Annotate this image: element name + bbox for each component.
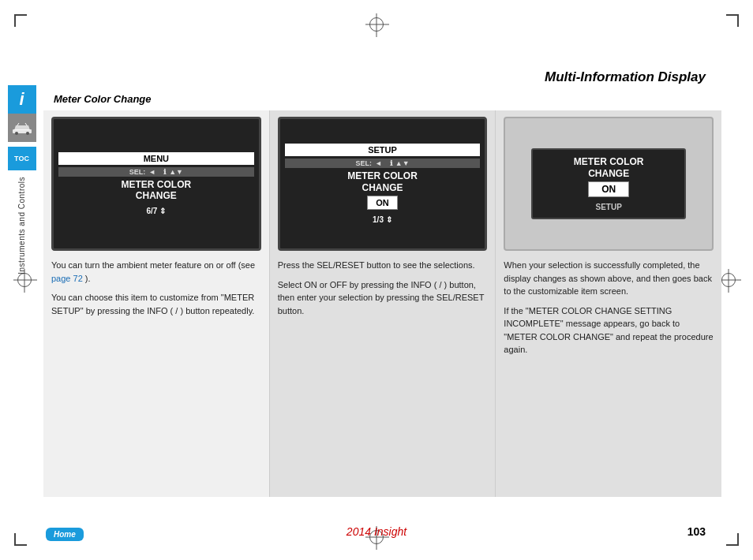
info-arrows-2: ▲▼ <box>395 159 410 167</box>
info-i-2: ℹ <box>390 159 392 167</box>
screen-on-2: ON <box>367 196 398 210</box>
body-text-3a: When your selection is successfully comp… <box>504 259 714 298</box>
sel-label-1: SEL: <box>129 168 146 176</box>
home-button[interactable]: Home <box>46 528 84 541</box>
toc-button[interactable]: TOC <box>8 147 36 170</box>
body-text-1a: You can turn the ambient meter feature o… <box>51 259 261 285</box>
col-1: MENU SEL: ◄ ℹ ▲▼ METER COLOR CHANGE 6/7 … <box>43 110 270 497</box>
book-title: 2014 Insight <box>347 525 406 538</box>
info-arrows-1: ▲▼ <box>169 168 183 176</box>
screen-item-1: METER COLOR CHANGE <box>122 179 192 202</box>
page-title: Multi-Information Display <box>545 69 706 85</box>
page-footer: Home 2014 Insight 103 <box>0 525 753 538</box>
corner-bracket-tl <box>14 14 30 30</box>
svg-line-4 <box>25 123 27 125</box>
col-2: SETUP SEL: ◄ ℹ ▲▼ METER COLOR CHANGE ON … <box>270 110 496 497</box>
col-3: METER COLOR CHANGE ON SETUP When your se… <box>496 110 721 497</box>
body-text-2a: Press the SEL/RESET button to see the se… <box>278 259 488 272</box>
screen-item-3: METER COLOR CHANGE <box>574 156 644 179</box>
screen-sel-2: SEL: ◄ ℹ ▲▼ <box>285 159 481 168</box>
screen-setup-3: SETUP <box>596 203 622 211</box>
screen-display-1: MENU SEL: ◄ ℹ ▲▼ METER COLOR CHANGE 6/7 … <box>51 117 261 251</box>
svg-line-3 <box>17 123 19 125</box>
main-content: MENU SEL: ◄ ℹ ▲▼ METER COLOR CHANGE 6/7 … <box>43 110 721 497</box>
sel-arrow-1: ◄ <box>148 168 155 176</box>
svg-point-1 <box>15 132 18 135</box>
screen-title-1: MENU <box>58 152 254 165</box>
page-number: 103 <box>687 525 706 538</box>
svg-point-2 <box>26 132 29 135</box>
screen-item-2: METER COLOR CHANGE <box>347 170 418 193</box>
corner-bracket-tr <box>723 14 739 30</box>
screen-title-2: SETUP <box>285 144 481 156</box>
screen-counter-2: 1/3 ⇕ <box>373 215 392 224</box>
screen-display-2: SETUP SEL: ◄ ℹ ▲▼ METER COLOR CHANGE ON … <box>278 117 488 251</box>
info-icon[interactable]: i <box>8 85 36 114</box>
body-text-1b: You can choose this item to customize fr… <box>51 291 261 317</box>
screen-on-3: ON <box>588 181 629 197</box>
info-i-1: ℹ <box>163 168 166 176</box>
screen-display-3: METER COLOR CHANGE ON SETUP <box>504 117 714 251</box>
page-link[interactable]: page 72 <box>51 274 83 283</box>
screen-counter-1: 6/7 ⇕ <box>146 207 166 215</box>
crosshair-left <box>17 273 32 287</box>
sel-label-2: SEL: <box>355 159 372 167</box>
sidebar-section-label: Instruments and Controls <box>17 177 26 274</box>
crosshair-top <box>369 17 384 32</box>
body-text-2b: Select ON or OFF by pressing the INFO ( … <box>278 278 488 318</box>
screen-inner-3: METER COLOR CHANGE ON SETUP <box>531 148 687 219</box>
sel-arrow-2: ◄ <box>375 159 382 167</box>
section-title: Meter Color Change <box>54 93 152 105</box>
body-text-3b: If the "METER COLOR CHANGE SETTING INCOM… <box>504 304 714 357</box>
car-icon <box>8 114 36 142</box>
sidebar: i TOC Instruments and Controls <box>0 85 43 274</box>
screen-sel-1: SEL: ◄ ℹ ▲▼ <box>58 167 254 177</box>
crosshair-right <box>721 273 736 287</box>
